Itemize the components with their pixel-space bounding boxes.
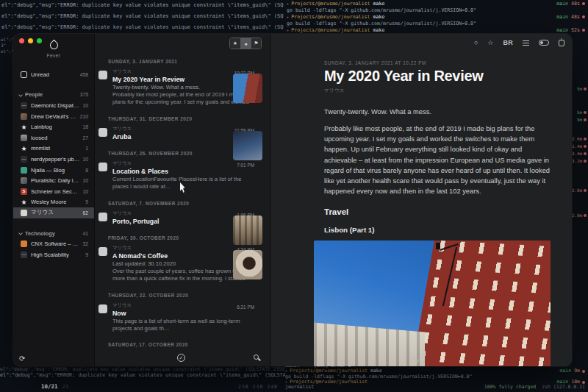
sidebar-feed-item[interactable]: Njalla — Blog 8 [13,165,94,176]
sidebar-feed-item[interactable]: ★ mnmlist 1 [13,143,94,154]
article-heading-lisbon: Lisbon (Part 1) [324,226,551,234]
terminal-log-line: el":"debug","msg":"ERROR: duplicate key … [0,372,285,378]
mark-unread-icon[interactable]: ○ [474,39,478,46]
command-duration: 9m [577,118,587,122]
article-time: 6:21 PM [237,304,254,310]
sidebar-feed-item[interactable]: — nerdypepper's µblog 10 [13,154,94,165]
star-icon[interactable]: ☆ [487,39,493,46]
feed-count-badge: 10 [82,189,88,194]
git-branch-label: main [556,27,568,34]
command-duration: 10m [571,379,580,385]
article-list-item[interactable]: マリウス A Nomad's Coffee Last updated: 30.1… [95,243,271,287]
article-list-item[interactable]: マリウス Zeit, erfassen: A CLI Activity & Ti… [95,349,271,350]
refresh-button[interactable]: ⟳ [19,354,25,363]
date-header: Saturday, 7. November 2020 [95,195,271,208]
sidebar-feed-item[interactable]: S Schneier on Security 10 [13,186,94,197]
command-duration: 2.0m [572,213,587,218]
filter-flagged-button[interactable]: ⚑ [251,38,261,49]
feed-favicon-icon [21,177,27,184]
feed-count-badge: 9 [85,252,88,257]
terminal-bottom-logs: el":"debug","msg":"ERROR: duplicate key … [0,366,285,378]
article-thumbnail [233,74,262,103]
filter-unread-button[interactable]: ● [240,38,251,49]
sidebar-feed-item[interactable]: CNX Software – Emb… 32 [13,238,94,249]
terminal-path: Projects/@mrusme/journalist [291,14,370,21]
terminal-build-line: ▸ go build -ldflags "-X github.com/mrusm… [287,21,585,27]
feed-source-label: マリウス [112,160,254,167]
sidebar-feed-item[interactable]: loosed 27 [13,132,94,143]
command-duration: 5m [577,87,587,91]
feed-favicon-icon [21,240,27,247]
terminal-build-pane-bottom: ▸ make: *** [all] Error 2 ▸ Projects/@mr… [285,363,585,390]
feed-label: nerdypepper's µblog [31,156,79,163]
terminal-path: Projects/@mrusme/journalist [290,368,368,374]
git-branch-label: main [557,379,569,385]
terminal-command: make [370,368,382,374]
feed-label: High Scalability [31,252,82,258]
mark-all-read-button[interactable]: ✓ [177,354,185,362]
feed-count-badge: 1 [85,146,88,151]
prompt-marker-icon: ▸ [287,1,289,7]
terminal-build-line: ▸ Projects/@mrusme/journalist make main … [287,14,585,21]
feed-favicon-icon [21,167,27,174]
date-header: Sunday, 3. January 2021 [95,53,271,66]
feed-count-badge: 9 [85,199,88,204]
terminal-log-line: el":"debug","msg":"ERROR: duplicate key … [0,366,285,372]
terminal-path: Projects/@mrusme/journalist [290,379,368,385]
terminal-build-line: ▸ go build -ldflags "-X github.com/mrusm… [287,7,585,14]
unread-count-badge: 458 [80,72,88,77]
sidebar-feed-item[interactable]: Pluralistic: Daily links… 10 [13,175,94,186]
search-button[interactable] [254,354,259,360]
unread-icon [21,71,27,78]
article-list-item[interactable]: マリウス Aruba 11:59 PM [95,124,271,145]
command-duration: 9m [574,368,580,374]
sidebar-feed-item[interactable]: — Daemonic Dispatches 10 [13,100,94,111]
terminal-build-line: ▸ Projects/@mrusme/journalist make main … [287,1,585,7]
photo-white-building [314,322,425,366]
filter-starred-button[interactable]: ★ [230,38,240,49]
section-count-badge: 375 [80,92,88,97]
feed-count-badge: 10 [82,103,88,108]
feed-label: Wesley Moore [31,199,82,205]
article-list-item[interactable]: マリウス Now This page is a list of short-te… [95,300,271,337]
article-list-scroll[interactable]: Sunday, 3. January 2021 マリウス My 2020 Yea… [95,53,271,350]
open-in-browser-button[interactable]: BR [503,39,513,46]
command-duration: 52s [571,27,580,34]
prompt-marker-icon: ▸ [285,368,287,374]
article-list-item[interactable]: マリウス My 2020 Year in Review Twenty-twent… [95,66,271,110]
article-time: 7:01 PM [237,163,254,168]
sidebar-feed-item[interactable]: ★ Wesley Moore 9 [13,197,94,208]
sidebar-feed-item[interactable]: マリウス 62 [13,207,94,218]
terminal-output: go build -ldflags "-X github.com/mrusme/… [285,374,472,379]
article-date: Sunday, 3. January 2021 at 10:22 PM [324,60,551,65]
terminal-output: journalist [285,385,314,390]
terminal-top-logs: el":"debug","msg":"ERROR: duplicate key … [0,0,284,34]
terminal-path: Projects/@mrusme/journalist [291,1,370,7]
feed-label: Daemonic Dispatches [31,102,79,109]
sidebar-section-people[interactable]: People 375 [13,90,94,101]
sidebar-item-unread[interactable]: Unread 458 [13,69,94,80]
appearance-toggle-icon[interactable] [539,40,549,46]
sidebar-feed-item[interactable]: — High Scalability 9 [13,249,94,260]
sidebar-section-technology[interactable]: Technology 41 [13,228,94,239]
terminal-build-line: ▸ Projects/@mrusme/journalist make main … [287,27,585,34]
share-icon[interactable] [559,40,564,46]
sidebar-feed-item[interactable]: Drew DeVault's blog 210 [13,111,94,122]
battery-status: 100% fully charged [484,385,536,390]
photo-red-building [407,240,551,366]
command-duration: 1.4m [572,144,587,149]
text-view-icon[interactable] [523,40,529,46]
terminal-output: go build -ldflags "-X github.com/mrusme/… [287,21,476,27]
window-index[interactable]: 10/21 [41,383,58,390]
prompt-marker-icon: ▸ [287,14,289,21]
command-duration: 3.2m [572,159,587,163]
terminal-build-line: ▸ Projects/@mrusme/journalist main 10m [285,379,585,385]
host-label: zsh [127.0.0.1] [542,385,585,390]
article-list-group: Sunday, 3. January 2021 マリウス My 2020 Yea… [95,53,271,110]
command-duration: 48s [571,1,580,7]
article-list-group: Thursday, 31. December 2020 マリウス Aruba 1… [95,110,271,145]
article-list-item[interactable]: マリウス Porto, Portugal 1:06 PM [95,208,271,229]
chevron-down-icon [18,93,23,97]
feed-favicon-icon: ★ [21,199,27,205]
sidebar-feed-item[interactable]: ★ Lainblog 18 [13,121,94,132]
